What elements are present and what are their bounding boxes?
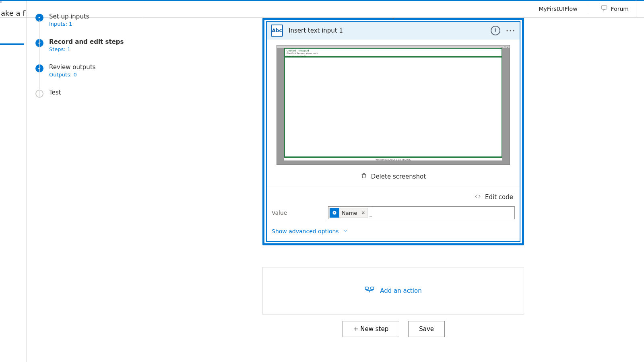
step-review-outputs[interactable]: Review outputs Outputs: 0 xyxy=(35,60,136,86)
add-action-label: Add an action xyxy=(380,287,421,294)
step-subtitle: Steps: 1 xyxy=(49,46,124,52)
header-divider xyxy=(589,4,589,14)
step-subtitle: Inputs: 1 xyxy=(49,21,89,27)
recorded-screenshot: — ☐ ✕ Untitled - Notepad File Edit Forma… xyxy=(277,45,510,165)
steps-sidebar: Set up inputs Inputs: 1 Record and edit … xyxy=(27,1,143,362)
value-row: Value Name ✕ xyxy=(272,205,515,221)
step-test[interactable]: Test xyxy=(35,86,136,106)
step-title: Test xyxy=(49,89,61,96)
check-icon xyxy=(35,14,43,22)
token-remove-icon[interactable]: ✕ xyxy=(361,210,365,216)
value-input[interactable]: Name ✕ xyxy=(328,206,515,219)
step-title: Review outputs xyxy=(49,64,96,71)
token-text: Name xyxy=(342,210,357,216)
peek-heading: ake a fl xyxy=(1,9,27,17)
step-title: Record and edit steps xyxy=(49,38,124,45)
value-token[interactable]: Name ✕ xyxy=(329,208,368,218)
svg-rect-3 xyxy=(371,287,374,290)
advanced-label: Show advanced options xyxy=(272,228,339,234)
rail-active-marker xyxy=(0,43,24,45)
trash-icon xyxy=(361,172,367,181)
save-button[interactable]: Save xyxy=(408,321,445,337)
delete-screenshot-label: Delete screenshot xyxy=(371,173,426,180)
delete-screenshot-button[interactable]: Delete screenshot xyxy=(272,172,515,187)
left-cropped-panel: ake a fl i + gnated even late i ote work… xyxy=(0,1,27,362)
step-setup-inputs[interactable]: Set up inputs Inputs: 1 xyxy=(35,10,136,35)
chat-icon xyxy=(601,4,608,13)
add-action-card[interactable]: Add an action xyxy=(262,267,524,315)
peek-late-text: late i xyxy=(0,152,25,158)
action-card-insert-text[interactable]: Abc Insert text input 1 i ··· — ☐ ✕ Unti… xyxy=(262,18,524,245)
peek-work-text: ote work xyxy=(0,172,25,179)
step-record-edit[interactable]: Record and edit steps Steps: 1 xyxy=(35,35,136,60)
peek-newitem-text: email a ne xyxy=(0,307,25,314)
peek-branch-icon xyxy=(0,68,23,75)
screenshot-app-title: Untitled - Notepad xyxy=(287,49,500,52)
edit-code-label: Edit code xyxy=(485,193,513,201)
value-label: Value xyxy=(272,210,322,216)
step-subtitle: Outputs: 0 xyxy=(49,72,96,78)
show-advanced-options[interactable]: Show advanced options xyxy=(272,228,515,234)
peek-attach-text: email attac xyxy=(0,219,25,225)
screenshot-statusbar: Windows (CRLF) Ln 1, Col 78 100% xyxy=(284,157,502,160)
svg-rect-0 xyxy=(601,6,607,9)
empty-circle-icon xyxy=(35,90,43,98)
dynamic-content-icon xyxy=(330,208,339,218)
check-icon xyxy=(35,39,43,47)
chevron-down-icon xyxy=(343,228,348,234)
peek-plus-icon: + xyxy=(0,77,22,86)
card-title: Insert text input 1 xyxy=(289,27,485,34)
info-icon[interactable]: i xyxy=(491,26,500,35)
forum-button[interactable]: Forum xyxy=(601,4,629,13)
edit-code-button[interactable]: Edit code xyxy=(272,187,515,205)
check-icon xyxy=(35,64,43,72)
flow-name: MyFirstUIFlow xyxy=(539,6,577,12)
add-action-icon xyxy=(365,286,374,296)
svg-rect-2 xyxy=(365,287,369,290)
step-title: Set up inputs xyxy=(49,13,89,20)
bottom-button-bar: + New step Save xyxy=(143,321,644,337)
card-header: Abc Insert text input 1 i ··· xyxy=(267,22,520,39)
header-edge xyxy=(636,0,639,18)
peek-events-text: gnated even xyxy=(0,107,25,113)
more-icon[interactable]: ··· xyxy=(506,26,516,35)
forum-label: Forum xyxy=(611,6,629,12)
code-icon xyxy=(475,193,481,201)
steps-list: Set up inputs Inputs: 1 Record and edit … xyxy=(35,10,136,106)
text-caret xyxy=(369,209,372,216)
screenshot-menu: File Edit Format View Help xyxy=(287,52,500,55)
new-step-button[interactable]: + New step xyxy=(343,321,399,337)
text-type-icon: Abc xyxy=(271,25,283,37)
designer-canvas[interactable]: Abc Insert text input 1 i ··· — ☐ ✕ Unti… xyxy=(143,18,644,362)
peek-info-icon: i xyxy=(0,30,23,37)
